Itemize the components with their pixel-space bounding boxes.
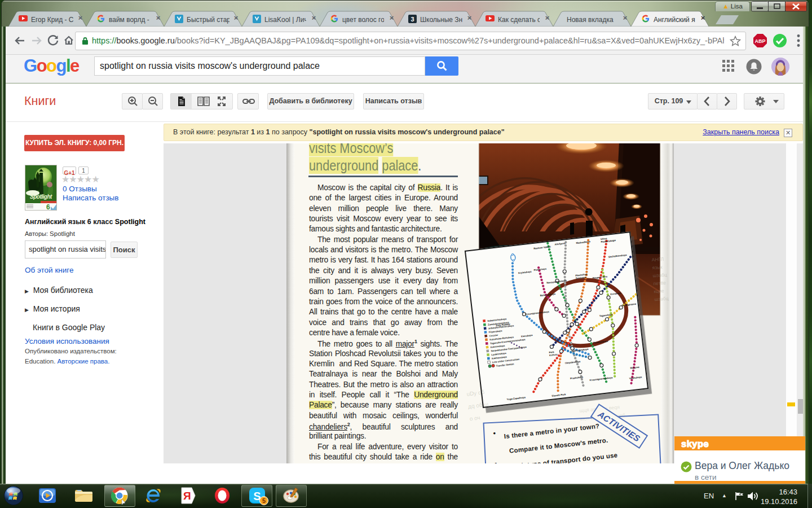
- svg-text:Krasnopresnenskaya: Krasnopresnenskaya: [525, 310, 549, 316]
- svg-text:3: 3: [411, 16, 414, 23]
- svg-text:Я: Я: [183, 490, 191, 502]
- svg-text:Shcholkovskaya: Shcholkovskaya: [608, 253, 628, 259]
- svg-text:6: 6: [46, 203, 50, 211]
- svg-text:Spotlight: Spotlight: [30, 194, 52, 200]
- svg-text:Altufyevo: Altufyevo: [554, 242, 566, 246]
- svg-text:Filyovskaya: Filyovskaya: [488, 329, 502, 334]
- svg-text:Yugo-Zapadnaya: Yugo-Zapadnaya: [506, 396, 526, 401]
- svg-text:Transfer Station: Transfer Station: [496, 362, 514, 367]
- svg-text:skype: skype: [681, 439, 709, 449]
- svg-text:ABP: ABP: [754, 38, 765, 44]
- svg-text:Volzhskaya: Volzhskaya: [629, 375, 643, 380]
- svg-text:Kievskaya: Kievskaya: [521, 334, 533, 338]
- svg-text:5: 5: [262, 497, 266, 504]
- svg-text:Maryino: Maryino: [630, 366, 639, 370]
- svg-text:Krasnogvardeiskaya: Krasnogvardeiskaya: [589, 376, 613, 382]
- svg-text:Kultury: Kultury: [549, 353, 558, 357]
- svg-text:Krylatskaya: Krylatskaya: [518, 270, 532, 274]
- svg-text:Slavetti Park: Slavetti Park: [551, 393, 566, 397]
- svg-text:Circular: Circular: [489, 334, 498, 338]
